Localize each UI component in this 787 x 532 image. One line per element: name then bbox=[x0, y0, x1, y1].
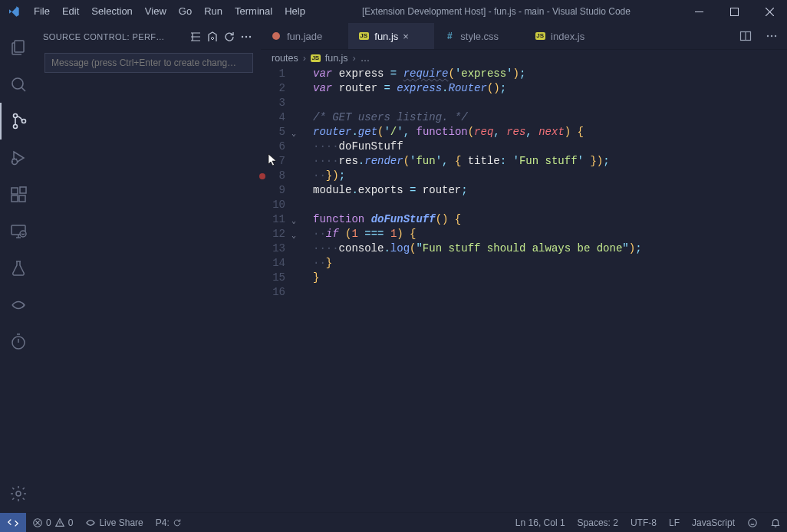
breakpoint-icon[interactable] bbox=[259, 173, 265, 179]
line-number[interactable]: 4 bbox=[261, 110, 285, 125]
menu-run[interactable]: Run bbox=[198, 0, 229, 23]
line-number[interactable]: 16 bbox=[261, 285, 285, 300]
menu-go[interactable]: Go bbox=[173, 0, 198, 23]
explorer-icon[interactable] bbox=[0, 29, 37, 66]
split-editor-icon[interactable] bbox=[735, 25, 756, 47]
breadcrumb-folder[interactable]: routes bbox=[272, 53, 298, 64]
status-bell-icon[interactable] bbox=[764, 513, 787, 533]
code-line[interactable]: var express = require('express'); bbox=[313, 67, 642, 81]
code-line[interactable]: ····doFunStuff bbox=[313, 140, 642, 154]
fold-icon[interactable]: ⌄ bbox=[291, 126, 296, 141]
menu-view[interactable]: View bbox=[139, 0, 173, 23]
tab-fun-js[interactable]: JSfun.js× bbox=[348, 23, 434, 49]
commit-icon[interactable] bbox=[204, 28, 221, 45]
liveshare-icon[interactable] bbox=[0, 287, 37, 323]
menu-file[interactable]: File bbox=[28, 0, 56, 23]
status-p4[interactable]: P4: bbox=[150, 513, 188, 533]
breadcrumb-symbol[interactable]: … bbox=[361, 53, 370, 64]
line-number[interactable]: 9 bbox=[261, 183, 285, 198]
code-line[interactable]: ····res.render('fun', { title: 'Fun stuf… bbox=[313, 154, 642, 169]
line-number[interactable]: 8 bbox=[261, 169, 285, 183]
menu-terminal[interactable]: Terminal bbox=[229, 0, 278, 23]
line-number[interactable]: 15 bbox=[261, 271, 285, 285]
code-line[interactable]: router.get('/', function(req, res, next)… bbox=[313, 125, 642, 140]
code-line[interactable]: /* GET users listing. */ bbox=[313, 110, 642, 125]
line-number[interactable]: 11⌄ bbox=[261, 212, 285, 227]
code-line[interactable] bbox=[313, 285, 642, 300]
view-tree-icon[interactable] bbox=[187, 28, 204, 45]
js-file-icon: JS bbox=[311, 54, 321, 62]
svg-point-5 bbox=[14, 125, 18, 129]
code-line[interactable]: var router = express.Router(); bbox=[313, 81, 642, 96]
minimize-button[interactable] bbox=[681, 0, 716, 23]
more-icon[interactable] bbox=[238, 28, 255, 45]
line-number[interactable]: 1 bbox=[261, 67, 285, 81]
maximize-button[interactable] bbox=[716, 0, 752, 23]
svg-point-13 bbox=[20, 231, 26, 237]
svg-point-23 bbox=[775, 35, 776, 37]
status-problems[interactable]: 0 0 bbox=[26, 513, 79, 533]
run-debug-icon[interactable] bbox=[0, 140, 37, 176]
tab-index-js[interactable]: JSindex.js× bbox=[525, 23, 611, 49]
line-number[interactable]: 3 bbox=[261, 96, 285, 110]
code-line[interactable]: ··if (1 === 1) { bbox=[313, 227, 642, 241]
code-line[interactable]: ····console.log("Fun stuff should always… bbox=[313, 241, 642, 256]
code-line[interactable]: ··}); bbox=[313, 169, 642, 183]
settings-gear-icon[interactable] bbox=[0, 475, 37, 512]
code-line[interactable]: ··} bbox=[313, 256, 642, 271]
code-line[interactable] bbox=[313, 96, 642, 110]
remote-explorer-icon[interactable] bbox=[0, 213, 37, 250]
status-liveshare[interactable]: Live Share bbox=[79, 513, 149, 533]
svg-rect-2 bbox=[15, 41, 24, 52]
line-number[interactable]: 6 bbox=[261, 140, 285, 154]
line-number[interactable]: 12⌄ bbox=[261, 227, 285, 241]
status-indent[interactable]: Spaces: 2 bbox=[571, 513, 624, 533]
close-button[interactable] bbox=[752, 0, 787, 23]
extensions-icon[interactable] bbox=[0, 176, 37, 213]
menu-help[interactable]: Help bbox=[278, 0, 311, 23]
menu-edit[interactable]: Edit bbox=[56, 0, 85, 23]
refresh-icon[interactable] bbox=[221, 28, 238, 45]
tab-style-css[interactable]: #style.css× bbox=[434, 23, 525, 49]
code-line[interactable] bbox=[313, 198, 642, 212]
svg-point-22 bbox=[771, 35, 772, 37]
close-tab-icon[interactable]: × bbox=[403, 31, 415, 42]
svg-point-3 bbox=[12, 78, 23, 89]
remote-indicator[interactable] bbox=[0, 513, 26, 533]
line-number[interactable]: 10 bbox=[261, 198, 285, 212]
code-line[interactable]: module.exports = router; bbox=[313, 183, 642, 198]
svg-point-4 bbox=[14, 114, 18, 118]
svg-point-19 bbox=[272, 32, 280, 40]
menu-selection[interactable]: Selection bbox=[85, 0, 138, 23]
editor-more-icon[interactable] bbox=[761, 25, 782, 47]
testing-icon[interactable] bbox=[0, 250, 37, 287]
line-number[interactable]: 7 bbox=[261, 154, 285, 169]
svg-rect-10 bbox=[19, 195, 25, 202]
status-feedback-icon[interactable] bbox=[741, 513, 764, 533]
breadcrumb-file[interactable]: fun.js bbox=[325, 53, 348, 64]
timer-icon[interactable] bbox=[0, 323, 37, 360]
code-line[interactable]: function doFunStuff() { bbox=[313, 212, 642, 227]
status-eol[interactable]: LF bbox=[663, 513, 686, 533]
svg-rect-0 bbox=[695, 11, 703, 12]
fold-icon[interactable]: ⌄ bbox=[291, 214, 296, 228]
search-icon[interactable] bbox=[0, 66, 37, 103]
source-control-icon[interactable] bbox=[0, 103, 37, 140]
line-number[interactable]: 13 bbox=[261, 241, 285, 256]
svg-point-16 bbox=[242, 35, 243, 37]
code-line[interactable]: } bbox=[313, 271, 642, 285]
status-language[interactable]: JavaScript bbox=[686, 513, 741, 533]
tab-fun-jade[interactable]: fun.jade× bbox=[261, 23, 348, 49]
svg-rect-8 bbox=[12, 188, 18, 194]
svg-rect-1 bbox=[730, 8, 738, 15]
fold-icon[interactable]: ⌄ bbox=[291, 228, 296, 243]
chevron-right-icon: › bbox=[353, 53, 356, 64]
line-number[interactable]: 14 bbox=[261, 256, 285, 271]
svg-point-17 bbox=[245, 35, 247, 37]
line-number[interactable]: 5⌄ bbox=[261, 125, 285, 140]
commit-message-input[interactable] bbox=[44, 53, 253, 73]
status-cursor-pos[interactable]: Ln 16, Col 1 bbox=[509, 513, 571, 533]
js-file-icon: JS bbox=[534, 30, 546, 42]
line-number[interactable]: 2 bbox=[261, 81, 285, 96]
status-encoding[interactable]: UTF-8 bbox=[624, 513, 663, 533]
